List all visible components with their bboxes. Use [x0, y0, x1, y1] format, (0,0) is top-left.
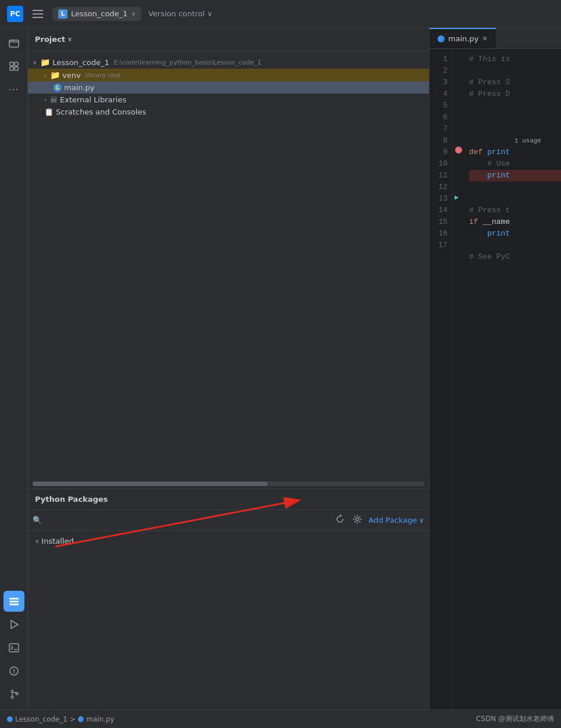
root-chevron-icon: ∨ [33, 59, 37, 66]
line-num-12: 12 [429, 181, 448, 193]
hamburger-menu[interactable] [30, 8, 45, 20]
venv-badge: library root [86, 72, 121, 79]
code-line-5 [469, 100, 561, 112]
installed-header[interactable]: ∨ Installed [35, 534, 422, 548]
sidebar-item-problems[interactable]: ! [3, 661, 24, 681]
project-title-label: Project [35, 35, 65, 44]
code-line-3: # Press S [469, 77, 561, 88]
breadcrumb-separator: > [70, 715, 76, 723]
sidebar-item-plugins[interactable] [3, 56, 24, 77]
line-num-5: 5 [429, 100, 448, 112]
refresh-icon[interactable] [333, 513, 346, 527]
status-folder-icon [7, 716, 13, 722]
tree-scratches[interactable]: 📋 Scratches and Consoles [28, 106, 429, 118]
scratches-label: Scratches and Consoles [56, 108, 146, 116]
svg-point-15 [356, 518, 359, 521]
code-line-13: if __name [469, 216, 561, 228]
sidebar-item-python-packages[interactable] [3, 591, 24, 612]
status-credit: CSDN @测试划水老师傅 [476, 715, 554, 723]
line-num-1: 1 [429, 53, 448, 65]
line-num-7: 7 [429, 123, 448, 135]
root-folder-icon: 📁 [40, 58, 50, 67]
svg-point-13 [11, 696, 13, 698]
gear-settings-icon[interactable] [351, 513, 364, 527]
sidebar-item-terminal[interactable] [3, 637, 24, 658]
breakpoint-line9 [455, 147, 462, 154]
sidebar-item-git[interactable] [3, 684, 24, 705]
python-packages-section: Python Packages 🔍 [28, 488, 429, 709]
code-line-14: print [469, 228, 561, 240]
project-panel: Project ∨ ∨ 📁 Lesson_code_1 E:\code\lear… [28, 28, 429, 709]
h-scrollbar[interactable] [33, 481, 424, 486]
venv-folder-name: venv [62, 71, 81, 80]
packages-title: Python Packages [35, 495, 108, 504]
tab-filename: main.py [448, 34, 479, 43]
tree-venv-folder[interactable]: › 📁 venv library root [28, 69, 429, 81]
line-num-10: 10 [429, 158, 448, 170]
ext-chevron-icon: › [44, 97, 47, 103]
editor-tabs: main.py ✕ [429, 28, 561, 49]
sidebar-item-more[interactable]: ··· [3, 79, 24, 100]
tab-main-py[interactable]: main.py ✕ [429, 28, 496, 48]
code-lines[interactable]: # This is # Press S # Press D 1 usage de… [464, 49, 561, 709]
ext-libraries-label: External Libraries [60, 95, 126, 104]
svg-rect-4 [15, 67, 18, 70]
line-num-2: 2 [429, 65, 448, 77]
code-line-15 [469, 240, 561, 251]
code-line-7b: def print [469, 147, 561, 158]
tree-main-file[interactable]: 🐍 main.py [28, 81, 429, 94]
gutter: ▶ [453, 49, 464, 709]
line-num-15: 15 [429, 216, 448, 228]
svg-text:!: ! [12, 669, 15, 675]
root-folder-name: Lesson_code_1 [52, 58, 109, 67]
line-num-6: 6 [429, 112, 448, 123]
code-line-6 [469, 112, 561, 123]
svg-rect-0 [9, 40, 19, 47]
svg-rect-9 [9, 644, 19, 652]
status-left: Lesson_code_1 > main.py [7, 715, 114, 723]
svg-rect-7 [9, 604, 19, 605]
add-package-label: Add Package [368, 516, 417, 524]
line-num-8: 8 [429, 135, 448, 147]
line-num-3: 3 [429, 77, 448, 88]
tab-python-icon [438, 35, 445, 42]
add-package-button[interactable]: Add Package ∨ [368, 516, 424, 524]
venv-folder-icon: 📁 [50, 70, 60, 80]
code-line-12: # Press t [469, 205, 561, 216]
svg-rect-3 [10, 67, 13, 70]
ext-libraries-icon: 🏛 [50, 95, 58, 104]
code-line-4: # Press D [469, 88, 561, 100]
run-arrow-line13: ▶ [455, 193, 459, 202]
status-python-icon [78, 716, 84, 722]
code-line-9: print [469, 170, 561, 181]
code-line-17 [469, 263, 561, 274]
version-control-selector[interactable]: Version control ∨ [148, 9, 213, 18]
line-num-11: 11 [429, 170, 448, 181]
tree-external-libraries[interactable]: › 🏛 External Libraries [28, 94, 429, 106]
root-folder-path: E:\code\learning_python_basis\Lesson_cod… [114, 59, 261, 66]
code-area: 1 2 3 4 5 6 7 8 9 10 11 12 13 14 15 16 1… [429, 49, 561, 709]
project-panel-header: Project ∨ [28, 28, 429, 51]
code-usage-label: 1 usage [514, 137, 541, 144]
line-num-17: 17 [429, 240, 448, 251]
code-panel: main.py ✕ 1 2 3 4 5 6 7 8 9 10 11 12 13 … [429, 28, 561, 709]
project-title[interactable]: Project ∨ [35, 35, 72, 44]
sidebar-item-run[interactable] [3, 614, 24, 635]
line-num-13: 13 [429, 193, 448, 205]
installed-label: Installed [41, 537, 73, 545]
line-num-9: 9 [429, 147, 448, 158]
installed-chevron-icon: ∨ [35, 538, 39, 544]
main-python-icon: 🐍 [54, 84, 62, 92]
scratches-icon: 📋 [44, 108, 54, 116]
tab-close-icon[interactable]: ✕ [482, 35, 488, 42]
project-selector[interactable]: L Lesson_code_1 ∨ [52, 7, 141, 21]
breadcrumb-project: Lesson_code_1 [15, 715, 68, 723]
packages-search-input[interactable] [45, 516, 329, 524]
tree-root-folder[interactable]: ∨ 📁 Lesson_code_1 E:\code\learning_pytho… [28, 56, 429, 69]
project-icon: L [58, 9, 68, 19]
sidebar-icons: ··· ! [0, 28, 28, 709]
project-chevron-icon: ∨ [131, 10, 135, 17]
packages-search-wrap: 🔍 [33, 516, 329, 524]
line-numbers: 1 2 3 4 5 6 7 8 9 10 11 12 13 14 15 16 1… [429, 49, 453, 709]
sidebar-item-folder[interactable] [3, 33, 24, 53]
